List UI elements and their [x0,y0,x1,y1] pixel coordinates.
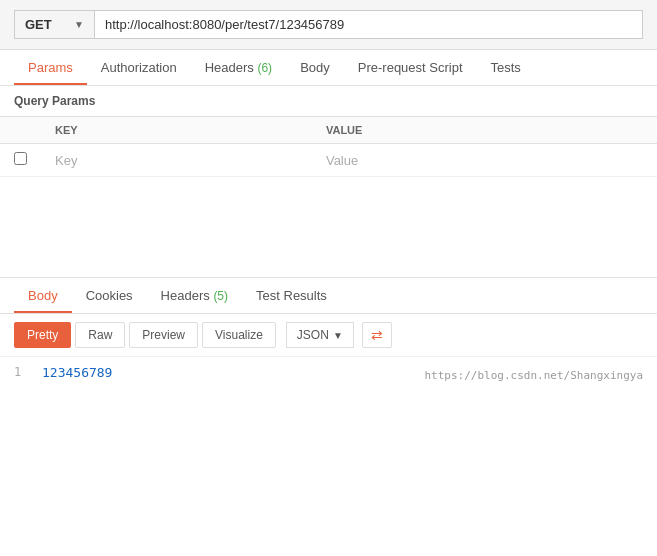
headers-badge: (6) [257,61,272,75]
tab-body[interactable]: Body [286,50,344,85]
key-column-header: KEY [41,117,312,144]
value-column-header: VALUE [312,117,657,144]
resp-tab-cookies[interactable]: Cookies [72,278,147,313]
format-visualize-button[interactable]: Visualize [202,322,276,348]
resp-headers-badge: (5) [213,289,228,303]
line-number: 1 [14,365,26,380]
query-params-label: Query Params [0,86,657,116]
value-cell[interactable]: Value [312,144,657,177]
response-toolbar: Pretty Raw Preview Visualize JSON ▼ ⇄ [0,314,657,357]
resp-tab-body[interactable]: Body [14,278,72,313]
url-input[interactable] [94,10,643,39]
tab-authorization[interactable]: Authorization [87,50,191,85]
params-table: KEY VALUE Key Value [0,116,657,177]
response-tabs: Body Cookies Headers (5) Test Results [0,278,657,314]
method-chevron: ▼ [74,19,84,30]
resp-tab-headers[interactable]: Headers (5) [147,278,242,313]
tab-params[interactable]: Params [14,50,87,85]
line-value: 123456789 [42,365,112,380]
request-tabs: Params Authorization Headers (6) Body Pr… [0,50,657,86]
wrap-icon: ⇄ [371,327,383,343]
url-bar: GET ▼ [0,0,657,50]
format-preview-button[interactable]: Preview [129,322,198,348]
format-pretty-button[interactable]: Pretty [14,322,71,348]
wrap-button[interactable]: ⇄ [362,322,392,348]
key-cell[interactable]: Key [41,144,312,177]
response-line-1: 1 123456789 [14,365,643,380]
method-dropdown[interactable]: GET ▼ [14,10,94,39]
format-raw-button[interactable]: Raw [75,322,125,348]
tab-headers[interactable]: Headers (6) [191,50,286,85]
response-body: 1 123456789 https://blog.csdn.net/Shangx… [0,357,657,388]
table-row: Key Value [0,144,657,177]
row-checkbox[interactable] [14,152,27,165]
tab-tests[interactable]: Tests [477,50,535,85]
method-label: GET [25,17,52,32]
row-checkbox-cell[interactable] [0,144,41,177]
json-type-dropdown[interactable]: JSON ▼ [286,322,354,348]
tab-pre-request-script[interactable]: Pre-request Script [344,50,477,85]
checkbox-col-header [0,117,41,144]
json-chevron: ▼ [333,330,343,341]
json-label: JSON [297,328,329,342]
resp-tab-test-results[interactable]: Test Results [242,278,341,313]
